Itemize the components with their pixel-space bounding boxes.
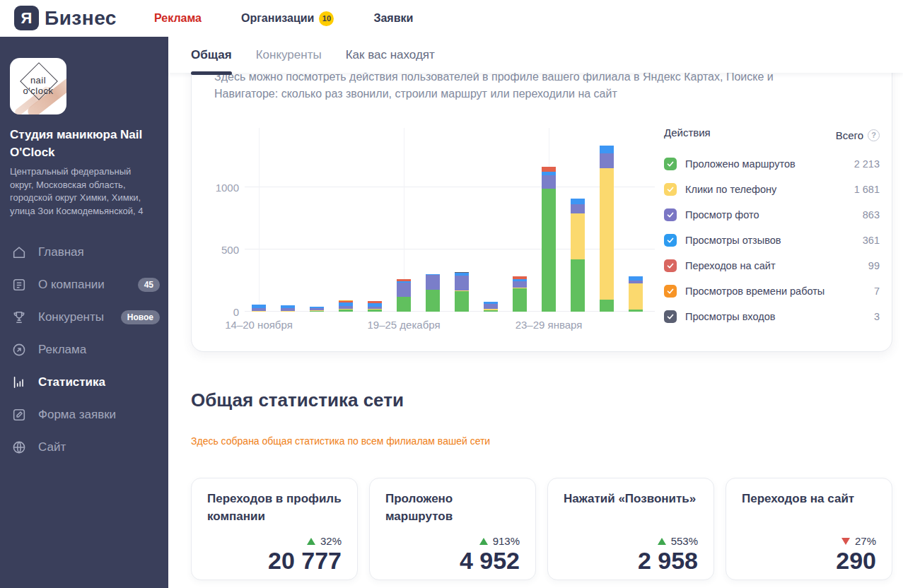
top-nav: РекламаОрганизации10Заявки xyxy=(154,0,413,37)
legend-total-value: 3 xyxy=(874,311,880,322)
sidebar-item-home[interactable]: Главная xyxy=(0,236,168,269)
legend-checkbox-checked[interactable] xyxy=(664,259,677,272)
sidebar: nail o'clock Студия маникюра Nail O'Cloc… xyxy=(0,37,168,588)
bar-segment xyxy=(455,290,469,291)
stacked-bar[interactable] xyxy=(600,146,614,312)
sidebar-item-site[interactable]: Сайт xyxy=(0,431,168,464)
company-logo[interactable]: nail o'clock xyxy=(10,58,66,114)
stacked-bar[interactable] xyxy=(629,276,643,312)
legend-checkbox-checked[interactable] xyxy=(664,183,677,196)
bar-segment xyxy=(484,304,498,309)
stacked-bar[interactable] xyxy=(455,272,469,312)
legend-checkbox-checked[interactable] xyxy=(664,234,677,247)
trend-percent: 913% xyxy=(493,535,520,547)
stacked-bar[interactable] xyxy=(368,301,382,312)
tab-label: Как вас находят xyxy=(346,48,435,62)
bar-segment xyxy=(339,302,353,306)
tab-label: Общая xyxy=(191,48,232,62)
bar-segment xyxy=(629,281,643,283)
stacked-bar[interactable] xyxy=(339,300,353,312)
stacked-bar[interactable] xyxy=(281,305,295,312)
bar-segment xyxy=(281,311,295,312)
legend-checkbox-checked[interactable] xyxy=(664,158,677,170)
bar-segment xyxy=(252,305,266,308)
bar-segment xyxy=(310,307,324,308)
stacked-bar[interactable] xyxy=(484,302,498,312)
x-axis-tick-label: 14–20 ноября xyxy=(225,319,293,331)
bar-segment xyxy=(600,168,614,300)
sidebar-item-form[interactable]: Форма заявки xyxy=(0,399,168,431)
stat-card: Проложено маршрутов913%4 952 xyxy=(369,478,536,580)
bar-segment xyxy=(513,288,527,312)
nav-item-заявки[interactable]: Заявки xyxy=(373,12,413,25)
y-axis-tick-label: 0 xyxy=(211,306,239,318)
stat-card: Переходов в профиль компании32%20 777 xyxy=(191,478,358,580)
stacked-bar[interactable] xyxy=(252,305,266,312)
bar-segment xyxy=(484,309,498,310)
chart-legend: Действия Всего ? Проложено маршрутов2 21… xyxy=(664,127,880,329)
bar-segment xyxy=(455,272,469,273)
bar-segment xyxy=(600,300,614,312)
sidebar-item-ads[interactable]: Реклама xyxy=(0,334,168,366)
stacked-bar[interactable] xyxy=(571,199,585,312)
sidebar-item-label: Форма заявки xyxy=(38,408,116,422)
legend-checkbox-checked[interactable] xyxy=(664,285,677,298)
tab-общая[interactable]: Общая xyxy=(191,37,232,73)
ads-icon xyxy=(11,342,27,358)
tab-конкуренты[interactable]: Конкуренты xyxy=(256,37,322,73)
home-icon xyxy=(11,245,27,260)
company-name: Студия маникюра Nail O'Clock xyxy=(10,126,155,161)
legend-checkbox-checked[interactable] xyxy=(664,310,677,323)
legend-row: Просмотры отзывов361 xyxy=(664,228,880,253)
sidebar-item-label: О компании xyxy=(38,278,105,292)
stats-icon xyxy=(11,375,27,390)
stacked-bar[interactable] xyxy=(542,167,556,312)
bar-segment xyxy=(571,259,585,312)
legend-total-value: 361 xyxy=(863,235,880,246)
yandex-logo-icon: Я xyxy=(14,6,39,30)
bar-segment xyxy=(368,309,382,310)
legend-total-value: 2 213 xyxy=(854,158,880,170)
trend-down-icon xyxy=(841,538,850,545)
legend-label: Переходов на сайт xyxy=(685,260,860,271)
bar-segment xyxy=(513,276,527,279)
legend-actions-label: Действия xyxy=(664,127,711,143)
bar-segment xyxy=(310,308,324,310)
stacked-bar[interactable] xyxy=(513,276,527,312)
bar-segment xyxy=(629,276,643,281)
legend-label: Просмотр фото xyxy=(685,209,854,220)
bar-segment xyxy=(542,175,556,189)
legend-row: Просмотр фото863 xyxy=(664,202,880,228)
bar-segment xyxy=(426,290,440,312)
legend-label: Просмотров времени работы xyxy=(685,286,866,297)
bar-segment xyxy=(339,310,353,312)
nav-item-организации[interactable]: Организации10 xyxy=(241,11,334,26)
bar-segment xyxy=(484,302,498,304)
bar-segment xyxy=(252,311,266,312)
nav-count-badge: 10 xyxy=(319,11,334,26)
bar-segment xyxy=(368,307,382,309)
nav-item-реклама[interactable]: Реклама xyxy=(154,12,202,25)
legend-row: Просмотров времени работы7 xyxy=(664,278,880,304)
legend-label: Просмотры входов xyxy=(685,311,866,322)
yandex-business-logo[interactable]: Я Бизнес xyxy=(14,6,117,30)
bar-segment xyxy=(368,301,382,303)
trend-up-icon xyxy=(479,538,488,545)
bar-segment xyxy=(513,288,527,288)
sidebar-item-competitors[interactable]: КонкурентыНовое xyxy=(0,301,168,334)
stacked-bar[interactable] xyxy=(397,279,411,312)
stacked-bar[interactable] xyxy=(310,307,324,312)
stacked-bar[interactable] xyxy=(426,274,440,312)
x-axis-tick-label: 19–25 декабря xyxy=(367,319,440,331)
legend-checkbox-checked[interactable] xyxy=(664,208,677,221)
sidebar-item-company[interactable]: О компании45 xyxy=(0,269,168,301)
actions-chart-card: Здесь можно посмотреть действия пользова… xyxy=(191,42,892,352)
question-icon[interactable]: ? xyxy=(868,129,880,141)
bar-segment xyxy=(397,297,411,312)
sidebar-item-label: Реклама xyxy=(38,343,86,357)
bar-segment xyxy=(281,305,295,308)
tab-как-вас-находят[interactable]: Как вас находят xyxy=(346,37,435,73)
company-address: Центральный федеральный округ, Московска… xyxy=(10,165,157,218)
sidebar-item-stats[interactable]: Статистика xyxy=(0,366,168,399)
bar-segment xyxy=(310,311,324,312)
